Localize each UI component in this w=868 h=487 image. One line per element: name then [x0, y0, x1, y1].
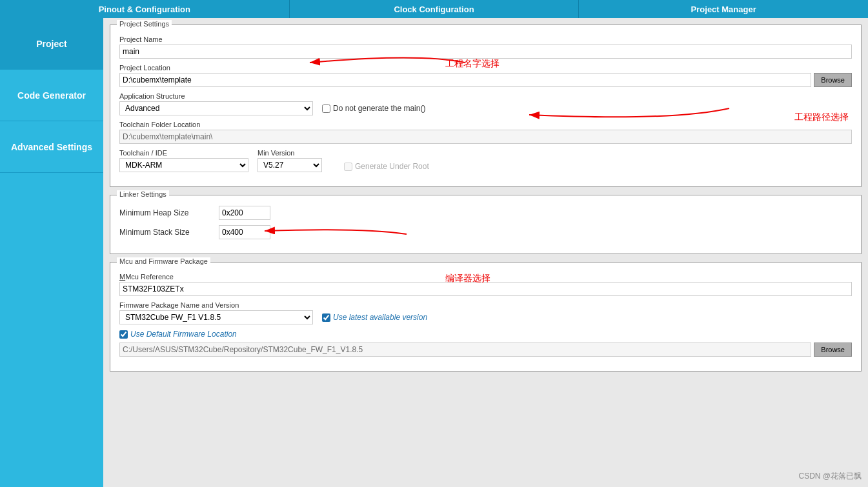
min-version-select[interactable]: V5.27 V5.36 V5.38: [257, 158, 322, 172]
mcu-reference-label: MMcu Reference: [119, 273, 852, 281]
use-default-firmware-checkbox[interactable]: [119, 330, 128, 339]
app-structure-label: Application Structure: [119, 92, 313, 100]
min-stack-input[interactable]: [219, 225, 270, 239]
toolchain-ide-select[interactable]: MDK-ARM STM32CubeIDE EWARM Makefile: [119, 158, 248, 172]
min-stack-label: Minimum Stack Size: [119, 228, 210, 237]
firmware-location-input-group: Browse: [119, 343, 852, 357]
linker-settings-title: Linker Settings: [117, 190, 169, 198]
min-version-col: Min Version V5.27 V5.36 V5.38: [257, 149, 322, 172]
content-area: Project Settings Project Name Project Lo…: [103, 18, 868, 487]
toolchain-ide-row: Toolchain / IDE MDK-ARM STM32CubeIDE EWA…: [119, 149, 852, 172]
sidebar: Project Code Generator Advanced Settings: [0, 18, 103, 487]
min-version-label: Min Version: [257, 149, 322, 157]
toolchain-ide-col: Toolchain / IDE MDK-ARM STM32CubeIDE EWA…: [119, 149, 248, 172]
min-heap-label: Minimum Heap Size: [119, 208, 210, 217]
project-name-label: Project Name: [119, 35, 852, 43]
mcu-firmware-title: Mcu and Firmware Package: [117, 257, 210, 265]
min-heap-input[interactable]: [219, 206, 270, 220]
toolchain-ide-label: Toolchain / IDE: [119, 149, 248, 157]
project-location-input-group: Browse: [119, 73, 852, 87]
app-structure-select[interactable]: Advanced Basic: [119, 101, 313, 115]
min-heap-row: Minimum Heap Size: [119, 206, 852, 220]
sidebar-item-codegen[interactable]: Code Generator: [0, 70, 103, 121]
mcu-reference-row: MMcu Reference: [119, 273, 852, 296]
min-stack-row: Minimum Stack Size: [119, 225, 852, 239]
sidebar-item-project[interactable]: Project: [0, 18, 103, 70]
use-default-checkbox-label[interactable]: Use Default Firmware Location: [119, 330, 852, 339]
nav-pinout[interactable]: Pinout & Configuration: [0, 0, 290, 18]
project-settings-title: Project Settings: [117, 20, 172, 28]
firmware-package-select[interactable]: STM32Cube FW_F1 V1.8.5: [119, 310, 313, 324]
project-settings-group: Project Settings Project Name Project Lo…: [110, 25, 862, 187]
sidebar-item-advanced[interactable]: Advanced Settings: [0, 121, 103, 173]
mcu-firmware-group: Mcu and Firmware Package MMcu Reference …: [110, 262, 862, 372]
toolchain-folder-input: [119, 130, 852, 144]
watermark: CSDN @花落已飘: [798, 471, 862, 482]
project-location-row: Project Location Browse: [119, 64, 852, 87]
project-name-input[interactable]: [119, 45, 852, 59]
use-latest-checkbox[interactable]: [322, 313, 330, 322]
main-layout: Project Code Generator Advanced Settings…: [0, 18, 868, 487]
project-location-label: Project Location: [119, 64, 852, 72]
do-not-generate-main-checkbox-label[interactable]: Do not generate the main(): [322, 104, 425, 113]
firmware-name-row: STM32Cube FW_F1 V1.8.5 Use latest availa…: [119, 310, 852, 324]
app-structure-row: Application Structure Advanced Basic Do …: [119, 92, 852, 115]
top-nav: Pinout & Configuration Clock Configurati…: [0, 0, 868, 18]
generate-under-root-checkbox[interactable]: [344, 163, 352, 171]
firmware-location-input: [119, 343, 811, 357]
firmware-location-browse-button[interactable]: Browse: [814, 343, 852, 357]
project-location-browse-button[interactable]: Browse: [814, 73, 852, 87]
do-not-generate-main-checkbox[interactable]: [322, 104, 330, 113]
firmware-package-label: Firmware Package Name and Version: [119, 301, 852, 309]
project-name-row: Project Name: [119, 35, 852, 59]
toolchain-folder-label: Toolchain Folder Location: [119, 121, 852, 128]
app-structure-col: Application Structure Advanced Basic: [119, 92, 313, 115]
linker-settings-group: Linker Settings Minimum Heap Size Minimu…: [110, 195, 862, 254]
mcu-reference-input[interactable]: [119, 282, 852, 296]
use-default-firmware-row: Use Default Firmware Location Browse: [119, 330, 852, 357]
nav-project[interactable]: Project Manager: [579, 0, 868, 18]
use-latest-checkbox-label[interactable]: Use latest available version: [322, 313, 427, 322]
firmware-package-row: Firmware Package Name and Version STM32C…: [119, 301, 852, 324]
toolchain-folder-row: Toolchain Folder Location: [119, 121, 852, 144]
project-location-input[interactable]: [119, 73, 811, 87]
generate-under-root-checkbox-label[interactable]: Generate Under Root: [344, 162, 429, 172]
nav-clock[interactable]: Clock Configuration: [290, 0, 580, 18]
